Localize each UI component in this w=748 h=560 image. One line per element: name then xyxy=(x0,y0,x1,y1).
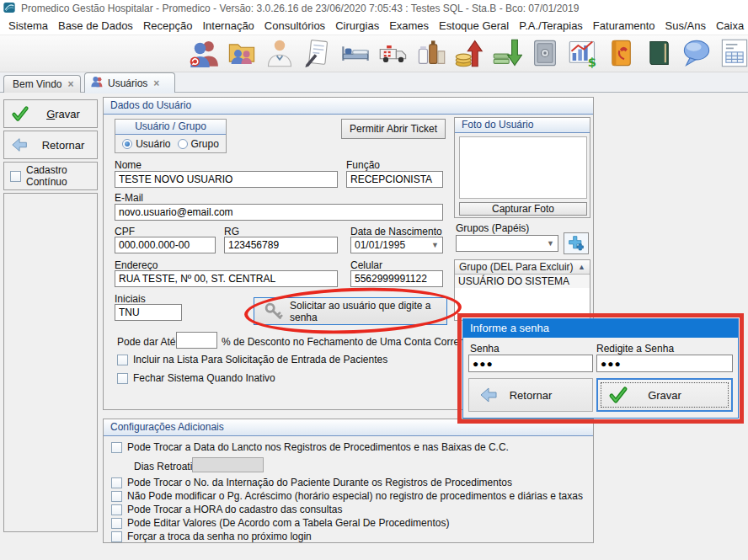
payments-down-icon[interactable] xyxy=(491,37,523,69)
menu-pa-terapias[interactable]: P.A./Terapias xyxy=(514,19,588,32)
checkbox-icon[interactable] xyxy=(111,477,122,488)
solicitar-senha-button[interactable]: Solicitar ao usuário que digite a senha xyxy=(254,297,447,325)
menu-sistema[interactable]: Sistema xyxy=(3,19,53,32)
menu-recepcao[interactable]: Recepção xyxy=(138,19,198,32)
finance-chart-icon[interactable]: $ xyxy=(567,37,599,69)
tab-usuarios-close-icon[interactable]: × xyxy=(153,77,159,89)
prescription-icon[interactable] xyxy=(302,37,334,69)
rg-input[interactable] xyxy=(224,237,338,253)
menu-caixa[interactable]: Caixa xyxy=(711,19,748,32)
redigite-senha-input[interactable] xyxy=(596,355,733,372)
incluir-lista-checkbox[interactable]: Incluir na Lista Para Solicitação de Ent… xyxy=(117,354,387,365)
trocar-hora-checkbox[interactable]: Pode Trocar a HORA do cadastro das consu… xyxy=(111,504,342,515)
ledger-book-icon[interactable] xyxy=(643,37,675,69)
menu-faturamento[interactable]: Faturamento xyxy=(588,19,660,32)
users-sync-icon[interactable] xyxy=(188,37,220,69)
checkbox-icon[interactable] xyxy=(117,355,128,365)
tipo-usuario-group: Usuário / Grupo Usuário Grupo xyxy=(115,119,227,153)
tab-usuarios[interactable]: Usuários × xyxy=(84,72,175,93)
title-bar: Promedico Gestão Hospitalar - Promedico … xyxy=(0,0,748,17)
back-arrow-icon xyxy=(479,385,500,405)
reports-icon[interactable] xyxy=(719,37,748,69)
menu-cirurgias[interactable]: Cirurgias xyxy=(330,19,384,32)
menu-base-de-dados[interactable]: Base de Dados xyxy=(53,19,138,32)
patients-folder-icon[interactable] xyxy=(226,37,258,69)
hospital-bed-icon[interactable] xyxy=(339,37,371,69)
add-grupo-button[interactable] xyxy=(564,232,589,254)
sidebar-empty-panel xyxy=(3,193,98,532)
nome-label: Nome xyxy=(115,159,142,171)
checkbox-icon[interactable] xyxy=(10,171,21,182)
checkbox-icon[interactable] xyxy=(111,504,122,515)
celular-input[interactable] xyxy=(350,270,443,287)
window-title: Promedico Gestão Hospitalar - Promedico … xyxy=(21,3,579,14)
sort-asc-icon[interactable]: ▲ xyxy=(578,263,585,271)
permitir-abrir-ticket-button[interactable]: Permitir Abrir Ticket xyxy=(341,119,446,139)
grupos-papeis-label: Grupos (Papéis) xyxy=(456,222,529,234)
grupos-dropdown[interactable]: ▼ xyxy=(456,235,558,252)
radio-grupo[interactable]: Grupo xyxy=(178,138,219,150)
app-icon xyxy=(3,1,16,17)
dados-usuario-header: Dados do Usuário xyxy=(104,98,593,115)
menu-estoque-geral[interactable]: Estoque Geral xyxy=(434,19,514,32)
grupo-list-item[interactable]: USUÁRIO DO SISTEMA xyxy=(455,275,590,288)
email-input[interactable] xyxy=(115,204,443,221)
svg-text:$: $ xyxy=(588,55,596,68)
chevron-down-icon[interactable]: ▼ xyxy=(431,241,439,249)
gravar-sidebar-button[interactable]: Gravar xyxy=(3,99,98,128)
senha-input[interactable] xyxy=(468,355,593,372)
revenue-up-icon[interactable] xyxy=(453,37,485,69)
chat-icon[interactable] xyxy=(681,37,713,69)
retornar-sidebar-button[interactable]: Retornar xyxy=(3,131,98,159)
forcar-troca-senha-checkbox[interactable]: Forçar a troca da senha no próximo login xyxy=(111,531,312,542)
dialog-retornar-button[interactable]: Retornar xyxy=(468,378,593,412)
funcao-input[interactable] xyxy=(346,171,443,188)
tab-usuarios-label: Usuários xyxy=(108,77,147,89)
desconto-prefix-label: Pode dar Até: xyxy=(117,336,179,348)
checkbox-icon[interactable] xyxy=(111,442,122,453)
endereco-input[interactable] xyxy=(115,270,338,287)
retornar-label: Retornar xyxy=(29,139,97,152)
safe-icon[interactable] xyxy=(529,37,561,69)
menu-consultorios[interactable]: Consultórios xyxy=(259,19,330,32)
chevron-down-icon[interactable]: ▼ xyxy=(547,239,554,248)
menu-internacao[interactable]: Internação xyxy=(197,19,259,32)
grupo-list-header[interactable]: Grupo (DEL Para Excluir) ▲ xyxy=(455,260,590,275)
iniciais-input[interactable] xyxy=(115,304,182,321)
doctor-icon[interactable] xyxy=(264,37,296,69)
radio-selected-icon xyxy=(122,139,132,149)
checkbox-icon[interactable] xyxy=(111,491,122,502)
editar-valores-checkbox[interactable]: Pode Editar Valores (De Acordo com a Tab… xyxy=(111,517,449,529)
radio-unselected-icon xyxy=(178,139,188,149)
endereco-label: Endereço xyxy=(115,259,158,271)
nao-modificar-acrescimo-checkbox[interactable]: Não Pode modificar o Pg. Acréscimo (horá… xyxy=(111,490,583,502)
desconto-input[interactable] xyxy=(176,332,217,349)
app-window: { "window": { "title": "Promedico Gestão… xyxy=(0,0,748,560)
ambulance-icon[interactable] xyxy=(377,37,409,69)
dialog-gravar-button[interactable]: Gravar xyxy=(596,378,733,412)
nome-input[interactable] xyxy=(115,171,338,188)
fechar-sistema-checkbox[interactable]: Fechar Sistema Quando Inativo xyxy=(117,372,275,384)
phonebook-icon[interactable] xyxy=(605,37,637,69)
tab-bem-vindo[interactable]: Bem Vindo × xyxy=(3,75,81,93)
menu-bar: Sistema Base de Dados Recepção Internaçã… xyxy=(0,17,748,35)
menu-sus-ans[interactable]: Sus/Ans xyxy=(660,19,711,32)
nascimento-dropdown[interactable]: 01/01/1995▼ xyxy=(350,237,443,253)
checkbox-icon[interactable] xyxy=(117,373,128,384)
iniciais-label: Iniciais xyxy=(115,293,146,305)
informe-senha-dialog: Informe a senha Senha Redigite a Senha R… xyxy=(462,318,739,419)
pharmacy-icon[interactable] xyxy=(415,37,447,69)
capturar-foto-button[interactable]: Capturar Foto xyxy=(459,202,587,216)
checkbox-icon[interactable] xyxy=(111,518,122,529)
checkbox-icon[interactable] xyxy=(111,531,122,542)
trocar-data-lancto-checkbox[interactable]: Pode Trocar a Data do Lancto nos Registr… xyxy=(111,441,509,453)
cadastro-continuo-checkbox[interactable]: Cadastro Contínuo xyxy=(3,162,98,190)
radio-usuario[interactable]: Usuário xyxy=(122,138,170,150)
menu-exames[interactable]: Exames xyxy=(384,19,434,32)
trocar-internacao-checkbox[interactable]: Pode Trocar o No. da Internação do Pacie… xyxy=(111,477,512,488)
cpf-input[interactable] xyxy=(115,237,216,253)
redigite-senha-label: Redigite a Senha xyxy=(596,343,674,355)
tab-bem-vindo-close-icon[interactable]: × xyxy=(67,78,73,90)
funcao-label: Função xyxy=(346,159,380,171)
back-arrow-icon xyxy=(11,136,29,154)
